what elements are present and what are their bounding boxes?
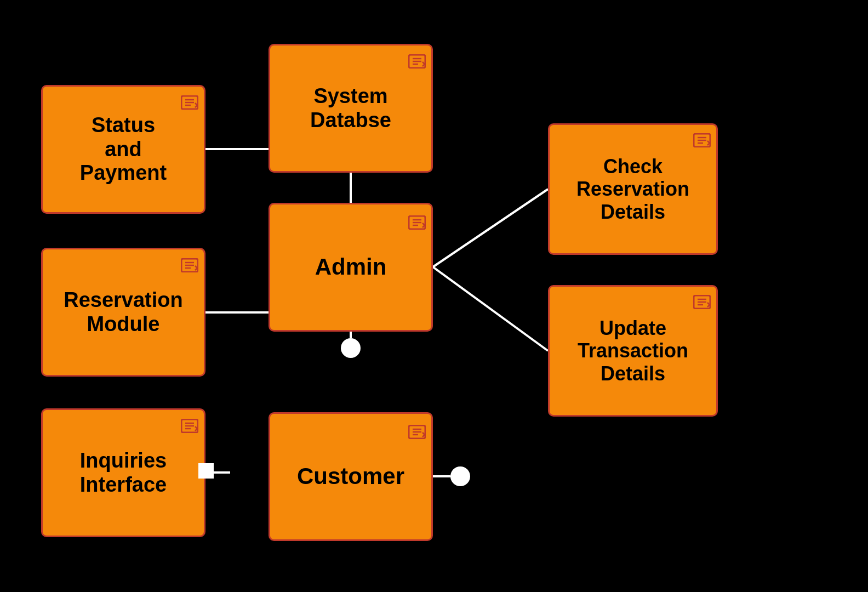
check-reservation-icon: [693, 129, 711, 144]
update-transaction-box: Update Transaction Details: [548, 285, 718, 417]
customer-label: Customer: [297, 463, 404, 489]
check-reservation-label: Check Reservation Details: [576, 155, 689, 223]
customer-box: Customer: [269, 412, 433, 541]
update-transaction-icon: [693, 291, 711, 305]
admin-box: Admin: [269, 203, 433, 332]
svg-line-5: [433, 189, 548, 267]
reservation-module-box: Reservation Module: [41, 248, 205, 377]
inquiries-interface-box: Inquiries Interface: [41, 408, 205, 537]
status-payment-icon: [181, 91, 198, 105]
status-payment-label: Status and Payment: [80, 113, 167, 185]
customer-icon: [408, 418, 426, 432]
inquiries-interface-label: Inquiries Interface: [80, 449, 167, 497]
status-payment-box: Status and Payment: [41, 85, 205, 214]
dot-admin: [341, 338, 361, 358]
dot-customer: [450, 466, 470, 486]
admin-label: Admin: [315, 254, 387, 280]
reservation-module-icon: [181, 254, 198, 268]
system-database-box: System Databse: [269, 44, 433, 173]
reservation-module-label: Reservation Module: [64, 288, 183, 336]
update-transaction-label: Update Transaction Details: [578, 317, 688, 385]
check-reservation-box: Check Reservation Details: [548, 123, 718, 255]
inquiries-square: [198, 463, 214, 479]
admin-icon: [408, 209, 426, 223]
svg-line-6: [433, 267, 548, 351]
inquiries-interface-icon: [181, 414, 198, 429]
system-database-icon: [408, 50, 426, 64]
diagram-canvas: Status and Payment Reservation Module: [0, 0, 868, 592]
system-database-label: System Databse: [310, 84, 391, 132]
